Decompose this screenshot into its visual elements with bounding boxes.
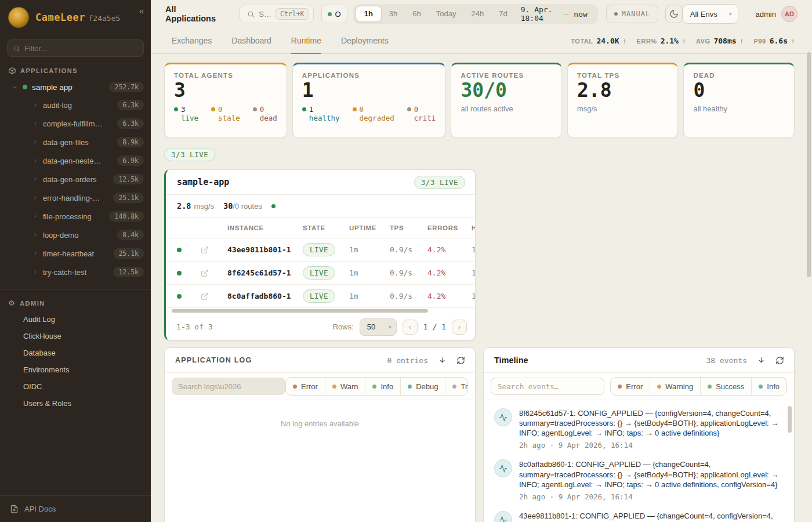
sidebar-route-data-gen-nested[interactable]: data-gen-neste… 6.9k	[0, 151, 151, 170]
sidebar-route-data-gen-orders[interactable]: data-gen-orders 12.5k	[0, 170, 151, 188]
sidebar-filter-input[interactable]	[24, 44, 138, 53]
timeline-event[interactable]: 8c0affadb860-1: CONFIG_APPLIED — {change…	[494, 459, 782, 501]
external-link-icon[interactable]	[193, 269, 227, 277]
external-link-icon[interactable]	[193, 246, 227, 254]
sidebar-route-data-gen-files[interactable]: data-gen-files 8.9k	[0, 133, 151, 151]
scrollbar-thumb[interactable]	[172, 309, 428, 313]
filter-error[interactable]: Error	[286, 378, 325, 395]
tab-dashboard[interactable]: Dashboard	[231, 28, 271, 54]
sidebar-route-complex-fulfillment[interactable]: complex-fulfillm… 6.3k	[0, 114, 151, 133]
timeline-search-input[interactable]	[491, 378, 604, 395]
sidebar-collapse-icon[interactable]: «	[139, 6, 144, 16]
app-card-title: sample-app	[177, 177, 229, 187]
card-applications: APPLICATIONS 1 1healthy 0degraded 0criti	[292, 63, 446, 138]
refresh-icon[interactable]	[456, 356, 465, 365]
route-label: file-processing	[43, 212, 92, 221]
dark-mode-toggle[interactable]	[665, 5, 683, 23]
route-label: timer-heartbeat	[43, 249, 94, 258]
summary-stats: TOTAL 24.0K ↑ ERR% 2.1% ↑ AVG 708ms ↑ P9…	[571, 28, 795, 53]
download-icon[interactable]	[757, 356, 766, 365]
sidebar-filter[interactable]	[7, 39, 144, 57]
environment-select[interactable]: All Envs ▾	[683, 4, 738, 24]
rows-per-page-select[interactable]: 50 ▾	[360, 318, 397, 336]
live-badge: 3/3 LIVE	[414, 176, 465, 189]
tab-deployments[interactable]: Deployments	[341, 28, 389, 54]
sidebar-route-file-processing[interactable]: file-processing 140.8k	[0, 207, 151, 226]
manual-refresh-button[interactable]: MANUAL	[606, 5, 658, 23]
filter-error[interactable]: Error	[611, 378, 650, 395]
table-row[interactable]: 8c0affadb860-1 LIVE 1m 0.9/s 4.2% 1	[166, 285, 475, 308]
search-label: S…	[259, 10, 271, 19]
time-range-display[interactable]: 9. Apr. 18:04 – now	[515, 5, 596, 23]
chevron-right-icon	[32, 213, 38, 219]
timeline-event[interactable]: 43ee9811b801-1: CONFIG_APPLIED — {change…	[494, 511, 782, 522]
status-dot	[253, 107, 257, 111]
admin-section-header: ⚙ ADMIN	[0, 289, 151, 311]
download-icon[interactable]	[438, 356, 447, 365]
next-page-button[interactable]: ›	[452, 320, 467, 335]
state-badge: LIVE	[303, 243, 335, 256]
filter-warning[interactable]: Warning	[650, 378, 700, 395]
error-dot	[618, 385, 622, 389]
filter-info[interactable]: Info	[751, 378, 786, 395]
sidebar-route-loop-demo[interactable]: loop-demo 8.4k	[0, 226, 151, 244]
content-area: TOTAL AGENTS 3 3live 0stale 0dead APPLIC…	[151, 54, 812, 522]
brand-logo	[8, 7, 29, 28]
sidebar-item-clickhouse[interactable]: ClickHouse	[0, 328, 151, 345]
status-dot	[407, 107, 411, 111]
chevron-right-icon	[32, 232, 38, 238]
prev-page-button[interactable]: ‹	[403, 320, 418, 335]
log-level-filters: Error Warn Info Debug Trace	[285, 377, 468, 396]
timeline-event[interactable]: 8f6245c61d57-1: CONFIG_APPLIED — {config…	[494, 408, 782, 449]
event-text: 8c0affadb860-1: CONFIG_APPLIED — {change…	[519, 459, 782, 489]
sidebar-item-api-docs[interactable]: API Docs	[0, 495, 151, 522]
sidebar-route-timer-heartbeat[interactable]: timer-heartbeat 25.1k	[0, 244, 151, 263]
global-search-button[interactable]: S… Ctrl+K	[240, 5, 313, 23]
range-7d[interactable]: 7d	[491, 4, 514, 24]
count-badge: 12.5k	[113, 267, 144, 277]
filter-debug[interactable]: Debug	[400, 378, 445, 395]
sidebar-item-sample-app[interactable]: sample app 252.7k	[0, 78, 151, 96]
chevron-right-icon	[32, 195, 38, 201]
app-name: sample app	[32, 83, 72, 92]
range-today[interactable]: Today	[429, 4, 464, 24]
filter-success[interactable]: Success	[700, 378, 751, 395]
log-search-input[interactable]	[172, 378, 285, 395]
sidebar-route-audit-log[interactable]: audit-log 6.3k	[0, 96, 151, 114]
range-3h[interactable]: 3h	[382, 4, 405, 24]
sidebar-item-users-roles[interactable]: Users & Roles	[0, 395, 151, 412]
tab-runtime[interactable]: Runtime	[291, 28, 321, 54]
sidebar-item-audit-log[interactable]: Audit Log	[0, 311, 151, 328]
range-1h[interactable]: 1h	[356, 6, 382, 22]
up-arrow-icon: ↑	[740, 37, 744, 45]
status-dot	[211, 107, 215, 111]
filter-warn[interactable]: Warn	[325, 378, 365, 395]
table-row[interactable]: 43ee9811b801-1 LIVE 1m 0.9/s 4.2% 1	[166, 238, 475, 262]
substat-degraded: 0degraded	[353, 105, 394, 122]
table-row[interactable]: 8f6245c61d57-1 LIVE 1m 0.9/s 4.2% 1	[166, 262, 475, 285]
range-24h[interactable]: 24h	[463, 4, 491, 24]
main-area: All Applications S… Ctrl+K O 1h 3h 6h To…	[151, 0, 812, 522]
card-subtitle: all healthy	[693, 104, 785, 113]
sidebar-route-try-catch-test[interactable]: try-catch-test 12.5k	[0, 263, 151, 281]
user-menu[interactable]: admin AD	[756, 6, 798, 22]
topbar: All Applications S… Ctrl+K O 1h 3h 6h To…	[151, 0, 812, 28]
sidebar-item-database[interactable]: Database	[0, 345, 151, 361]
tab-exchanges[interactable]: Exchanges	[172, 28, 212, 54]
sidebar-item-oidc[interactable]: OIDC	[0, 378, 151, 395]
external-link-icon[interactable]	[193, 292, 227, 300]
route-label: data-gen-neste…	[43, 157, 101, 165]
route-label: complex-fulfillm…	[43, 119, 103, 128]
filter-trace[interactable]: Trace	[445, 378, 468, 395]
refresh-icon[interactable]	[775, 356, 784, 365]
connection-status-pill[interactable]: O	[321, 5, 347, 23]
filter-info[interactable]: Info	[365, 378, 400, 395]
route-label: data-gen-orders	[43, 175, 97, 184]
api-docs-label: API Docs	[24, 505, 56, 513]
event-time: 2h ago · 9 Apr 2026, 16:14	[519, 441, 782, 449]
sidebar-item-environments[interactable]: Environments	[0, 361, 151, 378]
sidebar-route-error-handling[interactable]: error-handling-… 25.1k	[0, 188, 151, 207]
page-scrollbar-thumb[interactable]	[807, 52, 811, 277]
timeline-scrollbar-thumb[interactable]	[788, 406, 792, 433]
range-6h[interactable]: 6h	[405, 4, 428, 24]
